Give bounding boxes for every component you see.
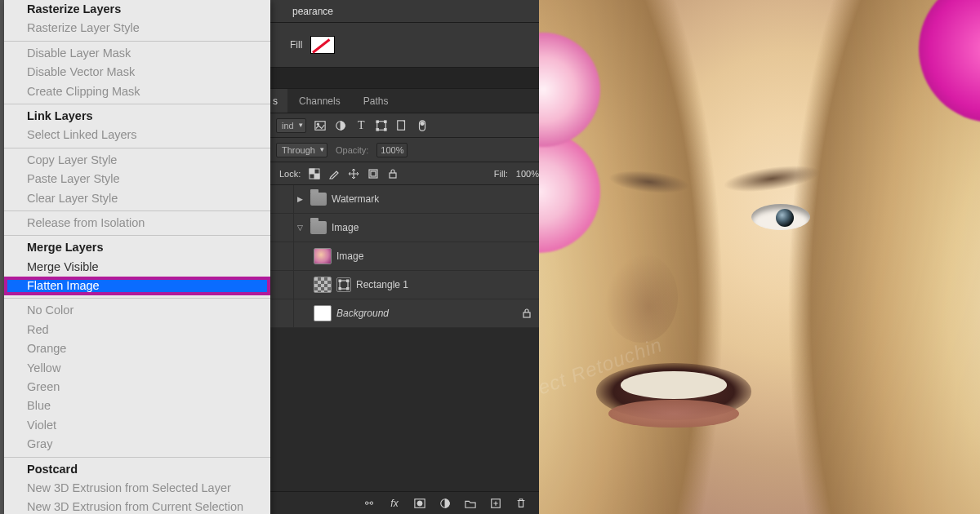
menu-item-yellow: Yellow (4, 359, 270, 378)
blend-mode-select[interactable]: Through (276, 143, 327, 157)
layer-name[interactable]: Background (336, 308, 389, 319)
link-layers-icon[interactable]: ⚯ (363, 497, 376, 510)
menu-item-link-layers[interactable]: Link Layers (4, 107, 270, 126)
opacity-value[interactable]: 100% (376, 143, 408, 157)
svg-rect-20 (339, 288, 341, 290)
menu-item-release-from-isolation: Release from Isolation (4, 214, 270, 233)
lock-row: Lock: Fill: 100% (270, 162, 539, 185)
new-layer-icon[interactable] (489, 497, 502, 510)
svg-rect-16 (390, 173, 396, 178)
svg-rect-5 (385, 120, 387, 122)
visibility-toggle[interactable] (271, 214, 294, 241)
menu-item-gray: Gray (4, 435, 270, 454)
menu-item-flatten-image[interactable]: Flatten Image (4, 277, 270, 295)
layer-group-image[interactable]: ▽ Image (270, 214, 539, 242)
new-group-icon[interactable] (464, 497, 477, 510)
svg-rect-13 (314, 174, 319, 179)
folder-icon (310, 221, 327, 234)
menu-separator (4, 298, 270, 299)
menu-item-rasterize-layers[interactable]: Rasterize Layers (4, 0, 270, 19)
lock-icon (521, 308, 532, 319)
image-filter-icon[interactable] (314, 119, 327, 131)
menu-separator (4, 104, 270, 104)
layer-background[interactable]: Background (270, 299, 539, 328)
fill-opacity-label: Fill: (494, 169, 508, 179)
photo-content (621, 371, 727, 399)
menu-separator (4, 210, 270, 211)
svg-rect-7 (385, 128, 387, 131)
shape-icon[interactable] (376, 119, 388, 131)
adjustment-icon[interactable] (335, 119, 347, 131)
tab-channels[interactable]: Channels (287, 89, 352, 113)
svg-rect-19 (347, 280, 350, 282)
layer-filter-kind-select[interactable]: ind (276, 118, 306, 133)
appearance-panel-tab[interactable]: pearance (270, 0, 539, 23)
filter-toggle-icon[interactable] (416, 119, 429, 131)
menu-item-orange: Orange (4, 339, 270, 358)
menu-item-red: Red (4, 321, 270, 339)
photo-content (751, 204, 810, 230)
fill-opacity-value[interactable]: 100% (516, 169, 539, 179)
vector-mask-icon[interactable] (336, 277, 351, 292)
layer-name[interactable]: Watermark (332, 193, 379, 205)
lock-all-icon[interactable] (387, 168, 399, 179)
photo-content (604, 253, 678, 343)
layers-list: ▶ Watermark ▽ Image Image (270, 185, 539, 491)
layer-name[interactable]: Rectangle 1 (356, 279, 408, 290)
tab-layers[interactable]: s (270, 89, 287, 113)
fill-property-row: Fill (270, 23, 539, 68)
layer-image[interactable]: Image (270, 242, 539, 271)
menu-item-merge-layers[interactable]: Merge Layers (4, 238, 270, 257)
delete-layer-icon[interactable] (514, 497, 528, 510)
panels-dock: pearance Fill s Channels Paths ind T Thr… (270, 0, 539, 514)
svg-point-1 (317, 123, 318, 125)
layer-name[interactable]: Image (332, 222, 359, 233)
menu-item-copy-layer-style: Copy Layer Style (4, 151, 270, 170)
menu-item-no-color: No Color (4, 301, 270, 320)
fx-icon[interactable]: fx (388, 497, 401, 510)
lock-artboard-icon[interactable] (368, 168, 379, 179)
visibility-toggle[interactable] (271, 271, 294, 299)
fill-label: Fill (290, 39, 302, 51)
layer-name[interactable]: Image (336, 250, 363, 262)
layer-thumbnail[interactable] (314, 305, 332, 321)
svg-rect-6 (376, 128, 379, 131)
visibility-toggle[interactable] (271, 185, 294, 213)
lock-label: Lock: (279, 169, 301, 179)
type-icon[interactable]: T (355, 119, 368, 131)
layer-context-menu[interactable]: Rasterize LayersRasterize Layer StyleDis… (4, 0, 270, 514)
adjustment-layer-icon[interactable] (439, 497, 452, 510)
layer-thumbnail[interactable] (314, 277, 332, 293)
layer-rectangle-1[interactable]: Rectangle 1 (270, 271, 539, 299)
visibility-toggle[interactable] (271, 242, 294, 270)
chevron-right-icon[interactable]: ▶ (297, 195, 305, 203)
svg-rect-21 (347, 288, 350, 290)
lock-transparency-icon[interactable] (309, 168, 320, 179)
svg-rect-18 (339, 280, 341, 282)
document-canvas[interactable]: ect Retouchin (510, 0, 980, 514)
layer-group-watermark[interactable]: ▶ Watermark (270, 185, 539, 214)
svg-point-10 (421, 122, 424, 125)
lock-position-icon[interactable] (348, 168, 359, 179)
chevron-down-icon[interactable]: ▽ (297, 224, 305, 232)
layers-empty-area[interactable] (270, 328, 539, 491)
menu-item-new-3d-extrusion-from-selected-layer: New 3D Extrusion from Selected Layer (4, 479, 270, 498)
smartobj-icon[interactable] (396, 119, 408, 131)
menu-item-clear-layer-style: Clear Layer Style (4, 189, 270, 208)
menu-item-postcard[interactable]: Postcard (4, 460, 270, 479)
menu-item-disable-layer-mask: Disable Layer Mask (4, 44, 270, 63)
layer-thumbnail[interactable] (314, 248, 332, 264)
menu-item-merge-visible[interactable]: Merge Visible (4, 258, 270, 277)
lock-paint-icon[interactable] (328, 168, 340, 179)
panel-spacer (270, 68, 539, 89)
menu-item-new-3d-extrusion-from-current-selection: New 3D Extrusion from Current Selection (4, 498, 270, 514)
visibility-toggle[interactable] (271, 299, 294, 327)
svg-rect-4 (376, 120, 379, 122)
add-mask-icon[interactable] (413, 497, 426, 510)
menu-item-create-clipping-mask: Create Clipping Mask (4, 82, 270, 101)
menu-separator (4, 457, 270, 458)
tab-paths[interactable]: Paths (352, 89, 400, 113)
menu-separator (4, 41, 270, 42)
menu-item-rasterize-layer-style: Rasterize Layer Style (4, 19, 270, 38)
fill-swatch[interactable] (310, 36, 335, 54)
